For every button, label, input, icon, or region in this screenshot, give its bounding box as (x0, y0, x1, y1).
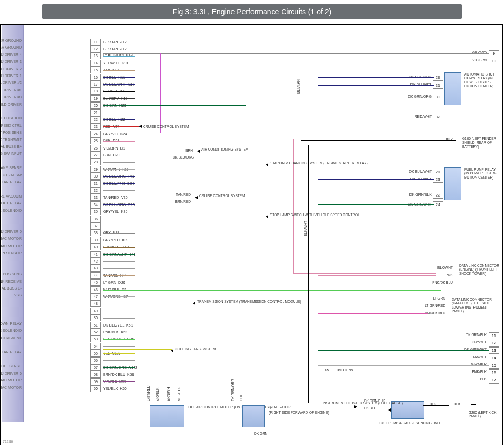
callout-ac: AIR CONDITIONING SYSTEM (201, 147, 248, 151)
pin-55-stub (103, 353, 135, 354)
pin-53-stub (103, 339, 135, 340)
pin-46-label: SERIAL BUSS B- (0, 286, 24, 290)
exit-wire-13: DK GRN/WHT (464, 348, 487, 351)
fpr-wire-22 (318, 195, 434, 195)
bus-blkwht (308, 145, 309, 403)
pin-58-label: INJ DRIVER 6 (0, 371, 24, 375)
pin-51-number: 51 (90, 322, 101, 329)
pin-row-43: 43 (25, 265, 103, 272)
exit-pin-13: 13 (489, 347, 499, 354)
exit-pin-15: 15 (489, 362, 499, 369)
asd-wire-29 (318, 77, 434, 78)
pin-15-number: 15 (90, 67, 101, 73)
pin-17-number: 17 (90, 81, 101, 88)
exit-wire-14: TAN/YEL (472, 355, 487, 359)
wire-yel-h (103, 349, 172, 350)
pin-35-number: 35 (90, 208, 101, 215)
asd-relay-label: AUTOMATIC SHUT DOWN RELAY (IN POWER DIST… (464, 72, 497, 88)
callout-cool: COOLING FANS SYSTEM (175, 347, 216, 351)
arrow-cool (171, 349, 173, 352)
pin-35-label: EGR SOLENOID (0, 209, 24, 212)
pin-30-number: 30 (90, 173, 101, 180)
wire-gryvio-24h (103, 133, 160, 133)
pin-33-label: VHCL SPD CTRL-VACUUM (0, 194, 24, 198)
pin-41-stub (103, 254, 135, 255)
callout-cruise1: CRUISE CONTROL SYSTEM (143, 125, 189, 128)
generator-loc: (RIGHT SIDE FORWARD OF ENGINE) (269, 411, 329, 414)
pin-45-stub (103, 283, 135, 283)
pin-52-number: 52 (90, 329, 101, 336)
pin-22-number: 22 (90, 116, 101, 123)
pin-20-number: 20 (90, 102, 101, 109)
iac-w1: GRY/RED (146, 386, 150, 402)
pin-row-28: 28 (25, 159, 103, 165)
pin-24-stub (103, 134, 135, 134)
pin-33-stub (103, 198, 135, 198)
pin-48-number: 48 (90, 300, 101, 307)
fpr-wire-21 (318, 172, 434, 172)
document-id: 71286 (3, 440, 13, 443)
g100-ground-icon (456, 139, 461, 144)
wiring-diagram: POWER GROUND11BLK/TAN Z12POWER GROUND12B… (0, 24, 503, 445)
pin-28-stub (103, 162, 135, 163)
dlc-bus-line-1 (318, 306, 428, 306)
pin-42-stub (103, 261, 135, 262)
pin-row-56: 56 (25, 357, 103, 364)
generator (242, 405, 265, 427)
pin-14-number: 14 (90, 60, 101, 67)
fpr-wire-23 (318, 179, 434, 180)
dlc-bus-line-0 (318, 299, 428, 299)
exit-wire-11: DK GRN/BLK (466, 333, 487, 337)
pin-20-label: GEN FIELD DRIVER (0, 103, 24, 106)
pin-16-label: INJ DRIVER 1 (0, 74, 24, 78)
pin-41-number: 41 (90, 251, 101, 258)
wire-pnk-h2 (293, 273, 436, 274)
pin-27-label: A/C CYCLING SW INPUT (0, 152, 24, 155)
pin-57-number: 57 (90, 364, 101, 371)
pin-60-stub (103, 389, 135, 389)
wire-pnk-h (103, 139, 293, 139)
pin-26-label: SERIAL BUSS B+ (0, 145, 24, 148)
bh-conn-num: 45 (325, 368, 329, 372)
pin-40-label: IAC MOTOR (0, 244, 24, 248)
pin-38-stub (103, 233, 135, 234)
pin-21-stub (103, 113, 135, 113)
pin-33-number: 33 (90, 194, 101, 201)
pin-51-stub (103, 325, 135, 325)
bh-conn-label: B/H CONN (337, 368, 353, 372)
pin-21-number: 21 (90, 109, 101, 116)
pin-22-label: THROTTLE POSITION (0, 116, 24, 120)
pin-58-stub (103, 375, 135, 375)
pin-16-number: 16 (90, 74, 101, 81)
exit-line-17 (318, 380, 489, 380)
pin-32-stub (103, 190, 135, 191)
pin-56-stub (103, 360, 135, 361)
pin-18-number: 18 (90, 88, 101, 95)
fpr-pin-22-num: 22 (433, 192, 443, 199)
dlc-engine-label: DATA LINK CONNECTOR (ENGINE) (FRONT LEFT… (459, 264, 499, 275)
pin-37-stub (103, 226, 135, 226)
pin-53-label: VEHICLE SPD CTRL-VENT (0, 336, 24, 340)
pin-15-stub (103, 70, 135, 71)
wire-pnk-v (293, 139, 294, 273)
gen-w1: DK GRN/ORG (231, 379, 235, 401)
pin-49-stub (103, 311, 135, 311)
pin-60-label: IAC MOTOR (0, 386, 24, 389)
pin-60-number: 60 (90, 385, 101, 392)
iac-w2: VIO/BLK (156, 388, 160, 401)
callout-start: STARTING/ CHARGING SYSTEM (ENGINE STARTE… (270, 161, 368, 165)
pin-39-number: 39 (90, 237, 101, 244)
pin-36-number: 36 (90, 216, 101, 222)
pin-11-stub (103, 42, 135, 42)
pin-55-number: 55 (90, 350, 101, 357)
g200-ground-icon (471, 404, 476, 409)
exit-line-16 (318, 373, 489, 373)
pin-59-stub (103, 381, 135, 382)
pin-12-stub (103, 49, 135, 49)
pin-row-37: 37 (25, 222, 103, 229)
pin-59-label: IAC MOTOR (0, 378, 24, 382)
pin-39-label: IAC MOTOR (0, 237, 24, 240)
pin-26-stub (103, 148, 135, 148)
pin-50-stub (103, 318, 135, 319)
pin-58-number: 58 (90, 371, 101, 378)
